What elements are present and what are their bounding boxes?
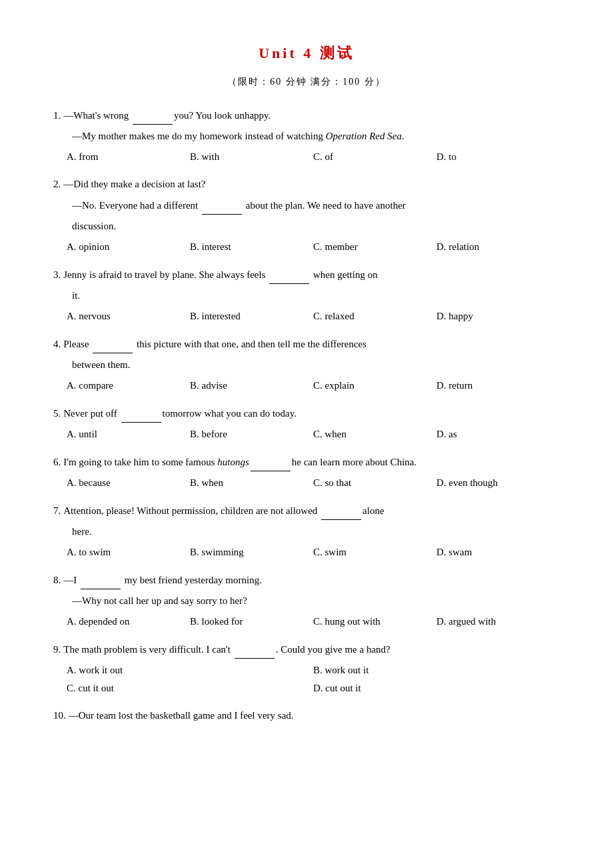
stem-text: —No. Everyone had a different [72,200,201,211]
stem-text: here. [72,526,92,537]
option-C: C. when [313,425,436,443]
stem-line-2: —No. Everyone had a different about the … [72,196,560,215]
question-number: 3. [53,269,61,280]
option-B: B. work out it [313,661,560,679]
option-C: C. of [313,148,436,166]
option-C: C. hung out with [313,613,436,631]
option-B: B. when [190,474,313,492]
option-C: C. cut it out [67,679,313,697]
question-block: 2.—Did they make a decision at last?—No.… [53,175,560,256]
option-B: B. looked for [190,613,313,631]
stem-text: alone [362,505,384,516]
stem-text: tomorrow what you can do today. [163,408,297,419]
question-block: 6.I'm going to take him to some famous h… [53,453,560,492]
stem-text: . [402,131,404,141]
stem-text: about the plan. We need to have another [243,200,406,211]
question-number: 2. [53,179,61,189]
blank-line [269,265,309,284]
question-block: 9.The math problem is very difficult. I … [53,640,560,697]
stem-text: you? You look unhappy. [174,110,271,121]
stem-text: between them. [72,359,130,370]
option-B: B. before [190,425,313,443]
question-number: 5. [53,408,61,419]
options-container: A. becauseB. whenC. so thatD. even thoug… [67,474,560,492]
stem-text: Please [63,339,91,349]
option-B: B. with [190,148,313,166]
stem-text: it. [72,290,80,301]
blank-line [202,196,242,215]
option-A: A. from [67,148,190,166]
option-A: A. work it out [67,661,313,679]
question-number: 4. [53,339,61,349]
option-D: D. relation [436,238,560,256]
option-A: A. to swim [67,543,190,561]
stem-text: hutongs [217,457,249,467]
blank-line [121,404,161,423]
page-title: Unit 4 测试 [53,40,560,67]
option-A: A. compare [67,377,190,395]
option-B: B. interest [190,238,313,256]
options-container: A. untilB. beforeC. whenD. as [67,425,560,443]
option-C: C. swim [313,543,436,561]
options-container: A. compareB. adviseC. explainD. return [67,377,560,395]
option-C: C. relaxed [313,307,436,325]
stem-line-2: here. [72,523,560,541]
option-D: D. happy [436,307,560,325]
blank-line [235,640,275,659]
stem-text: —My mother makes me do my homework inste… [72,131,326,141]
option-D: D. swam [436,543,560,561]
question-number: 1. [53,110,61,121]
stem-text: he can learn more about China. [292,457,416,467]
blank-line [133,106,173,125]
option-D: D. as [436,425,560,443]
option-D: D. argued with [436,613,560,631]
question-block: 1.—What's wrong you? You look unhappy.—M… [53,106,560,166]
options-container: A. to swimB. swimmingC. swimD. swam [67,543,560,561]
option-A: A. until [67,425,190,443]
option-D: D. cut out it [313,679,560,697]
blank-line [251,453,291,471]
option-B: B. advise [190,377,313,395]
stem-line-3: discussion. [72,217,560,235]
question-number: 9. [53,644,61,655]
stem-text: —Why not call her up and say sorry to he… [72,595,247,606]
stem-text: The math problem is very difficult. I ca… [63,644,233,655]
stem-text: —Our team lost the basketball game and I… [69,710,294,721]
stem-text: Operation Red Sea [326,131,402,141]
options-container: A. opinionB. interestC. memberD. relatio… [67,238,560,256]
stem-text: —What's wrong [63,110,131,121]
question-number: 8. [53,575,61,585]
question-number: 6. [53,457,61,467]
option-A: A. opinion [67,238,190,256]
options-container: A. nervousB. interestedC. relaxedD. happ… [67,307,560,325]
question-number: 10. [53,710,66,721]
option-A: A. nervous [67,307,190,325]
option-C: C. member [313,238,436,256]
stem-text: —Did they make a decision at last? [63,179,205,189]
question-block: 10.—Our team lost the basketball game an… [53,707,560,725]
stem-text: —I [63,575,79,585]
question-block: 7.Attention, please! Without permission,… [53,501,560,561]
blank-line [81,571,121,589]
stem-text: Never put off [63,408,119,419]
options-container: A. fromB. withC. ofD. to [67,148,560,166]
question-block: 3.Jenny is afraid to travel by plane. Sh… [53,265,560,325]
option-D: D. even though [436,474,560,492]
stem-text: when getting on [310,269,377,280]
blank-line [93,335,133,353]
stem-line-2: between them. [72,356,560,374]
option-D: D. return [436,377,560,395]
option-B: B. interested [190,307,313,325]
question-number: 7. [53,505,61,516]
option-C: C. explain [313,377,436,395]
stem-text: I'm going to take him to some famous [63,457,217,467]
option-C: C. so that [313,474,436,492]
stem-text: my best friend yesterday morning. [122,575,262,585]
stem-text: this picture with that one, and then tel… [134,339,366,349]
stem-line-2: —My mother makes me do my homework inste… [72,127,560,145]
question-block: 4.Please this picture with that one, and… [53,335,560,395]
question-block: 5.Never put off tomorrow what you can do… [53,404,560,443]
options-container: A. work it outB. work out itC. cut it ou… [67,661,560,697]
stem-text: Attention, please! Without permission, c… [63,505,320,516]
stem-text: Jenny is afraid to travel by plane. She … [63,269,268,280]
